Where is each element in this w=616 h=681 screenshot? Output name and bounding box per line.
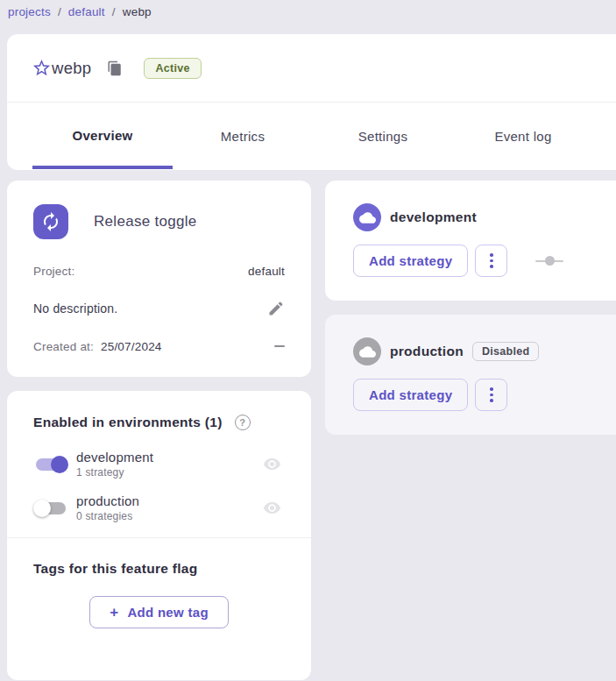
visibility-eye-icon: [263, 455, 281, 473]
page-title: webp: [52, 59, 91, 78]
environments-heading-row: Enabled in environments (1): [33, 415, 285, 430]
add-new-tag-button[interactable]: + Add new tag: [89, 596, 229, 628]
project-row: Project: default: [33, 262, 285, 280]
status-badge: Active: [144, 58, 201, 79]
disabled-chip: Disabled: [472, 342, 540, 361]
description-text: No description.: [33, 301, 117, 316]
environments-card: Enabled in environments (1) development …: [7, 391, 311, 680]
environment-labels: development 1 strategy: [76, 450, 153, 479]
breadcrumb-current: webp: [123, 5, 152, 18]
created-label: Created at:: [33, 340, 94, 353]
panel-actions: Add strategy: [353, 245, 612, 277]
environment-labels: production 0 strategies: [76, 493, 139, 522]
environment-strategy-count: 1 strategy: [76, 466, 153, 479]
add-tag-wrap: + Add new tag: [33, 596, 285, 628]
breadcrumb-default[interactable]: default: [68, 5, 105, 18]
breadcrumb-projects[interactable]: projects: [8, 5, 51, 18]
add-new-tag-label: Add new tag: [127, 605, 208, 620]
breadcrumb-separator: /: [112, 5, 116, 18]
project-value: default: [248, 265, 285, 278]
environment-name: development: [76, 450, 153, 465]
add-strategy-button[interactable]: Add strategy: [353, 379, 468, 411]
plus-icon: +: [110, 605, 118, 620]
cloud-environment-icon: [353, 337, 381, 365]
cloud-environment-icon: [353, 203, 381, 231]
edit-description-button[interactable]: [267, 300, 285, 317]
release-toggle-icon: [33, 204, 68, 239]
toggle-thumb: [51, 456, 68, 473]
environment-menu-button[interactable]: [475, 379, 507, 411]
tags-title: Tags for this feature flag: [33, 561, 198, 576]
panel-header: development: [353, 203, 612, 231]
kebab-menu-icon: [490, 253, 493, 268]
tags-section: Tags for this feature flag + Add new tag: [7, 538, 311, 652]
add-strategy-button[interactable]: Add strategy: [353, 245, 468, 277]
toggle-thumb: [33, 500, 51, 517]
strategy-placeholder-icon: [535, 256, 563, 266]
environments-title: Enabled in environments (1): [33, 415, 223, 430]
environments-section: Enabled in environments (1) development …: [7, 391, 311, 522]
minus-icon: [274, 345, 285, 347]
environment-menu-button[interactable]: [475, 245, 507, 277]
visibility-eye-icon: [263, 499, 281, 517]
created-value: 25/07/2024: [101, 340, 162, 353]
star-icon: [32, 58, 52, 78]
panel-actions: Add strategy: [353, 379, 612, 411]
production-toggle[interactable]: [33, 500, 68, 517]
flag-details-card: Release toggle Project: default No descr…: [7, 181, 311, 377]
environment-name: production: [76, 493, 139, 508]
feature-header-card: webp Active Overview Metrics Settings Ev…: [7, 34, 616, 170]
environment-row-production: production 0 strategies: [33, 493, 285, 522]
environment-strategy-count: 0 strategies: [76, 510, 139, 522]
pencil-icon: [267, 300, 285, 317]
created-row: Created at: 25/07/2024: [33, 337, 285, 355]
favorite-button[interactable]: [31, 58, 52, 79]
tab-event-log[interactable]: Event log: [453, 103, 593, 169]
right-column: development Add strategy: [325, 181, 616, 435]
environment-row-development: development 1 strategy: [33, 450, 285, 479]
feature-title-row: webp Active: [7, 34, 616, 102]
environment-panel-name: production: [390, 344, 464, 359]
main-content: Release toggle Project: default No descr…: [0, 170, 616, 680]
copy-icon: [107, 60, 123, 76]
panel-header: production Disabled: [353, 337, 612, 365]
development-environment-panel: development Add strategy: [325, 181, 616, 301]
description-row: No description.: [33, 300, 285, 317]
help-icon[interactable]: [235, 415, 251, 430]
environment-panel-name: development: [390, 209, 477, 225]
left-column: Release toggle Project: default No descr…: [7, 181, 311, 680]
breadcrumb-separator: /: [58, 5, 61, 18]
tab-settings[interactable]: Settings: [313, 103, 453, 169]
breadcrumb: projects / default / webp: [0, 0, 616, 34]
tab-metrics[interactable]: Metrics: [173, 103, 313, 169]
flag-type-label: Release toggle: [94, 213, 197, 231]
created-group: Created at: 25/07/2024: [33, 340, 162, 353]
production-environment-panel: production Disabled Add strategy: [325, 315, 616, 435]
tab-bar: Overview Metrics Settings Event log: [7, 103, 616, 169]
development-toggle[interactable]: [33, 456, 68, 473]
tab-overview[interactable]: Overview: [32, 103, 173, 169]
flag-type-header: Release toggle: [33, 204, 285, 239]
project-label: Project:: [33, 265, 74, 278]
kebab-menu-icon: [490, 387, 493, 402]
copy-name-button[interactable]: [105, 59, 124, 78]
